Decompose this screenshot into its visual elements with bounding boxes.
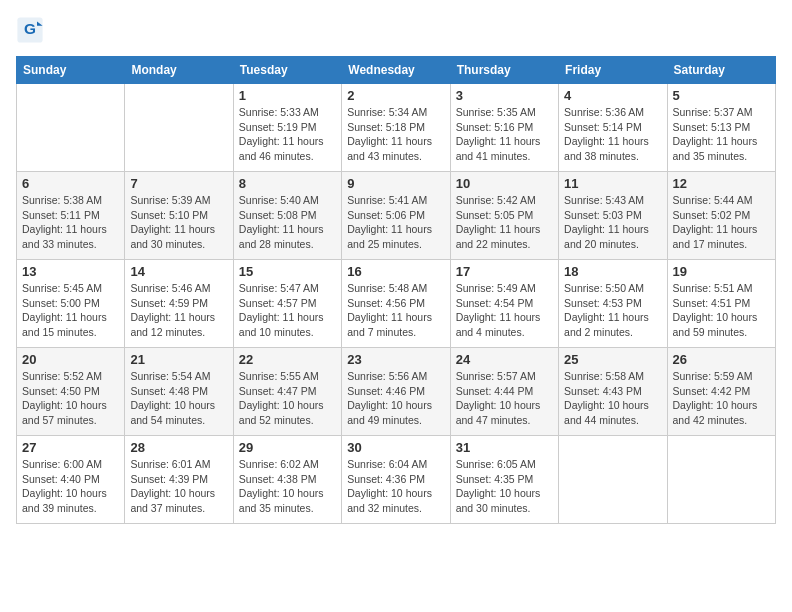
calendar-cell: 28Sunrise: 6:01 AMSunset: 4:39 PMDayligh… xyxy=(125,436,233,524)
calendar-cell: 26Sunrise: 5:59 AMSunset: 4:42 PMDayligh… xyxy=(667,348,775,436)
calendar-cell: 4Sunrise: 5:36 AMSunset: 5:14 PMDaylight… xyxy=(559,84,667,172)
week-row-4: 20Sunrise: 5:52 AMSunset: 4:50 PMDayligh… xyxy=(17,348,776,436)
calendar-cell: 16Sunrise: 5:48 AMSunset: 4:56 PMDayligh… xyxy=(342,260,450,348)
calendar-cell: 13Sunrise: 5:45 AMSunset: 5:00 PMDayligh… xyxy=(17,260,125,348)
day-number: 21 xyxy=(130,352,227,367)
week-row-2: 6Sunrise: 5:38 AMSunset: 5:11 PMDaylight… xyxy=(17,172,776,260)
day-info: Sunrise: 5:41 AMSunset: 5:06 PMDaylight:… xyxy=(347,193,444,252)
day-info: Sunrise: 5:57 AMSunset: 4:44 PMDaylight:… xyxy=(456,369,553,428)
day-number: 6 xyxy=(22,176,119,191)
col-header-saturday: Saturday xyxy=(667,57,775,84)
day-number: 5 xyxy=(673,88,770,103)
day-number: 10 xyxy=(456,176,553,191)
calendar-cell: 8Sunrise: 5:40 AMSunset: 5:08 PMDaylight… xyxy=(233,172,341,260)
day-number: 11 xyxy=(564,176,661,191)
day-info: Sunrise: 5:42 AMSunset: 5:05 PMDaylight:… xyxy=(456,193,553,252)
day-info: Sunrise: 5:36 AMSunset: 5:14 PMDaylight:… xyxy=(564,105,661,164)
header-row: SundayMondayTuesdayWednesdayThursdayFrid… xyxy=(17,57,776,84)
day-info: Sunrise: 5:38 AMSunset: 5:11 PMDaylight:… xyxy=(22,193,119,252)
calendar-table: SundayMondayTuesdayWednesdayThursdayFrid… xyxy=(16,56,776,524)
calendar-cell xyxy=(559,436,667,524)
calendar-cell: 5Sunrise: 5:37 AMSunset: 5:13 PMDaylight… xyxy=(667,84,775,172)
day-info: Sunrise: 5:52 AMSunset: 4:50 PMDaylight:… xyxy=(22,369,119,428)
col-header-monday: Monday xyxy=(125,57,233,84)
day-number: 30 xyxy=(347,440,444,455)
day-number: 9 xyxy=(347,176,444,191)
day-info: Sunrise: 6:02 AMSunset: 4:38 PMDaylight:… xyxy=(239,457,336,516)
day-info: Sunrise: 6:00 AMSunset: 4:40 PMDaylight:… xyxy=(22,457,119,516)
day-number: 17 xyxy=(456,264,553,279)
calendar-cell: 12Sunrise: 5:44 AMSunset: 5:02 PMDayligh… xyxy=(667,172,775,260)
day-info: Sunrise: 5:51 AMSunset: 4:51 PMDaylight:… xyxy=(673,281,770,340)
day-number: 3 xyxy=(456,88,553,103)
day-number: 1 xyxy=(239,88,336,103)
calendar-cell: 3Sunrise: 5:35 AMSunset: 5:16 PMDaylight… xyxy=(450,84,558,172)
day-info: Sunrise: 5:40 AMSunset: 5:08 PMDaylight:… xyxy=(239,193,336,252)
day-info: Sunrise: 5:33 AMSunset: 5:19 PMDaylight:… xyxy=(239,105,336,164)
calendar-cell: 27Sunrise: 6:00 AMSunset: 4:40 PMDayligh… xyxy=(17,436,125,524)
day-info: Sunrise: 5:44 AMSunset: 5:02 PMDaylight:… xyxy=(673,193,770,252)
day-number: 26 xyxy=(673,352,770,367)
calendar-cell: 25Sunrise: 5:58 AMSunset: 4:43 PMDayligh… xyxy=(559,348,667,436)
day-info: Sunrise: 5:49 AMSunset: 4:54 PMDaylight:… xyxy=(456,281,553,340)
week-row-5: 27Sunrise: 6:00 AMSunset: 4:40 PMDayligh… xyxy=(17,436,776,524)
calendar-cell: 18Sunrise: 5:50 AMSunset: 4:53 PMDayligh… xyxy=(559,260,667,348)
day-number: 8 xyxy=(239,176,336,191)
calendar-cell xyxy=(667,436,775,524)
calendar-cell xyxy=(125,84,233,172)
day-number: 23 xyxy=(347,352,444,367)
day-number: 13 xyxy=(22,264,119,279)
calendar-cell: 6Sunrise: 5:38 AMSunset: 5:11 PMDaylight… xyxy=(17,172,125,260)
calendar-cell: 15Sunrise: 5:47 AMSunset: 4:57 PMDayligh… xyxy=(233,260,341,348)
calendar-cell: 29Sunrise: 6:02 AMSunset: 4:38 PMDayligh… xyxy=(233,436,341,524)
calendar-cell: 17Sunrise: 5:49 AMSunset: 4:54 PMDayligh… xyxy=(450,260,558,348)
day-number: 14 xyxy=(130,264,227,279)
day-info: Sunrise: 5:55 AMSunset: 4:47 PMDaylight:… xyxy=(239,369,336,428)
day-info: Sunrise: 5:59 AMSunset: 4:42 PMDaylight:… xyxy=(673,369,770,428)
calendar-cell: 22Sunrise: 5:55 AMSunset: 4:47 PMDayligh… xyxy=(233,348,341,436)
calendar-cell: 2Sunrise: 5:34 AMSunset: 5:18 PMDaylight… xyxy=(342,84,450,172)
day-number: 31 xyxy=(456,440,553,455)
day-number: 24 xyxy=(456,352,553,367)
calendar-cell: 30Sunrise: 6:04 AMSunset: 4:36 PMDayligh… xyxy=(342,436,450,524)
day-info: Sunrise: 5:43 AMSunset: 5:03 PMDaylight:… xyxy=(564,193,661,252)
day-number: 25 xyxy=(564,352,661,367)
col-header-sunday: Sunday xyxy=(17,57,125,84)
day-info: Sunrise: 5:35 AMSunset: 5:16 PMDaylight:… xyxy=(456,105,553,164)
calendar-cell: 31Sunrise: 6:05 AMSunset: 4:35 PMDayligh… xyxy=(450,436,558,524)
day-info: Sunrise: 5:37 AMSunset: 5:13 PMDaylight:… xyxy=(673,105,770,164)
day-info: Sunrise: 5:48 AMSunset: 4:56 PMDaylight:… xyxy=(347,281,444,340)
calendar-cell: 20Sunrise: 5:52 AMSunset: 4:50 PMDayligh… xyxy=(17,348,125,436)
day-info: Sunrise: 5:47 AMSunset: 4:57 PMDaylight:… xyxy=(239,281,336,340)
day-info: Sunrise: 5:54 AMSunset: 4:48 PMDaylight:… xyxy=(130,369,227,428)
week-row-3: 13Sunrise: 5:45 AMSunset: 5:00 PMDayligh… xyxy=(17,260,776,348)
day-number: 16 xyxy=(347,264,444,279)
week-row-1: 1Sunrise: 5:33 AMSunset: 5:19 PMDaylight… xyxy=(17,84,776,172)
calendar-cell: 10Sunrise: 5:42 AMSunset: 5:05 PMDayligh… xyxy=(450,172,558,260)
day-info: Sunrise: 6:05 AMSunset: 4:35 PMDaylight:… xyxy=(456,457,553,516)
logo: G xyxy=(16,16,48,44)
day-info: Sunrise: 5:39 AMSunset: 5:10 PMDaylight:… xyxy=(130,193,227,252)
col-header-friday: Friday xyxy=(559,57,667,84)
logo-icon: G xyxy=(16,16,44,44)
calendar-cell: 7Sunrise: 5:39 AMSunset: 5:10 PMDaylight… xyxy=(125,172,233,260)
day-info: Sunrise: 5:46 AMSunset: 4:59 PMDaylight:… xyxy=(130,281,227,340)
calendar-body: 1Sunrise: 5:33 AMSunset: 5:19 PMDaylight… xyxy=(17,84,776,524)
day-number: 22 xyxy=(239,352,336,367)
day-number: 18 xyxy=(564,264,661,279)
calendar-cell: 23Sunrise: 5:56 AMSunset: 4:46 PMDayligh… xyxy=(342,348,450,436)
calendar-cell: 19Sunrise: 5:51 AMSunset: 4:51 PMDayligh… xyxy=(667,260,775,348)
calendar-cell: 1Sunrise: 5:33 AMSunset: 5:19 PMDaylight… xyxy=(233,84,341,172)
day-number: 2 xyxy=(347,88,444,103)
day-info: Sunrise: 6:01 AMSunset: 4:39 PMDaylight:… xyxy=(130,457,227,516)
day-number: 4 xyxy=(564,88,661,103)
calendar-cell xyxy=(17,84,125,172)
day-number: 19 xyxy=(673,264,770,279)
calendar-cell: 24Sunrise: 5:57 AMSunset: 4:44 PMDayligh… xyxy=(450,348,558,436)
col-header-tuesday: Tuesday xyxy=(233,57,341,84)
day-info: Sunrise: 6:04 AMSunset: 4:36 PMDaylight:… xyxy=(347,457,444,516)
col-header-wednesday: Wednesday xyxy=(342,57,450,84)
day-number: 29 xyxy=(239,440,336,455)
calendar-cell: 11Sunrise: 5:43 AMSunset: 5:03 PMDayligh… xyxy=(559,172,667,260)
day-number: 7 xyxy=(130,176,227,191)
